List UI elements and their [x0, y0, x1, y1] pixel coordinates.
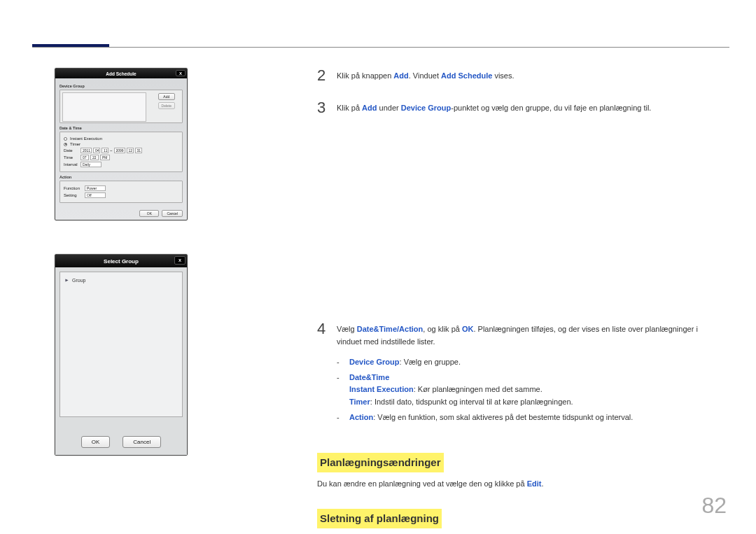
radio-icon [64, 137, 67, 141]
group-list[interactable]: Group [59, 272, 183, 417]
step-2: 2 Klik på knappen Add. Vinduet Add Sched… [317, 68, 717, 83]
step-number: 3 [317, 100, 328, 115]
time-row: Time 07 22 PM [64, 155, 178, 160]
ok-button[interactable]: OK [81, 436, 111, 448]
function-row: Function Power [64, 185, 178, 191]
date-from-day[interactable]: 11 [102, 148, 108, 153]
date-to-year[interactable]: 2099 [114, 148, 125, 153]
setting-row: Setting Off [64, 192, 178, 198]
sub-device-group: - Device Group: Vælg en gruppe. [337, 356, 717, 369]
add-schedule-footer: OK Cancel [55, 207, 187, 220]
step-number: 2 [317, 68, 328, 83]
changes-text: Du kan ændre en planlægning ved at vælge… [317, 478, 717, 491]
select-group-footer: OK Cancel [55, 430, 187, 455]
ok-button[interactable]: OK [139, 210, 159, 217]
kw-ok: OK [462, 325, 474, 333]
step-4-intro: Vælg Date&Time/Action, og klik på OK. Pl… [337, 323, 717, 348]
date-row: Date 2011 04 11 ~ 2099 12 31 [64, 148, 178, 153]
select-group-title: Select Group [104, 258, 139, 265]
time-ampm[interactable]: PM [100, 155, 110, 160]
step-body: Vælg Date&Time/Action, og klik på OK. Pl… [337, 321, 717, 426]
step-3: 3 Klik på Add under Device Group-punktet… [317, 100, 717, 115]
action-label: Action [59, 175, 183, 179]
select-group-titlebar: Select Group X [55, 255, 187, 267]
cancel-button[interactable]: Cancel [162, 210, 183, 217]
interval-row: Interval Daily [64, 162, 178, 167]
select-group-dialog: Select Group X Group OK Cancel [55, 254, 188, 456]
datetime-label: Date & Time [59, 126, 183, 130]
device-group-add-button[interactable]: Add [158, 93, 175, 100]
close-icon[interactable]: X [176, 70, 186, 76]
kw-device-group: Device Group [401, 104, 451, 112]
step-body: Klik på knappen Add. Vinduet Add Schedul… [337, 68, 717, 83]
interval-label: Interval [64, 162, 79, 167]
add-schedule-title: Add Schedule [106, 71, 136, 76]
section-changes: Planlægningsændringer Du kan ændre en pl… [317, 443, 717, 491]
page-number: 82 [701, 493, 727, 519]
setting-select[interactable]: Off [85, 192, 106, 198]
screenshots-column: Add Schedule X Device Group Add Delete D… [55, 68, 188, 489]
instant-execution-label: Instant Execution [70, 136, 102, 141]
date-label: Date [64, 148, 79, 153]
radio-icon [64, 143, 67, 146]
instruction-content: 2 Klik på knappen Add. Vinduet Add Sched… [317, 68, 717, 534]
timer-row[interactable]: Timer [64, 142, 178, 146]
add-schedule-body: Device Group Add Delete Date & Time Inst… [55, 78, 187, 207]
step-4: 4 Vælg Date&Time/Action, og klik på OK. … [317, 321, 717, 426]
step-body: Klik på Add under Device Group-punktet o… [337, 100, 717, 115]
date-to-day[interactable]: 31 [135, 148, 142, 153]
date-from-month[interactable]: 04 [93, 148, 100, 153]
select-group-body: Group [55, 267, 187, 430]
time-min[interactable]: 22 [90, 155, 99, 160]
changes-heading: Planlægningsændringer [317, 453, 444, 472]
group-tree-item[interactable]: Group [64, 278, 178, 283]
close-icon[interactable]: X [174, 256, 186, 265]
device-group-panel: Add Delete [59, 90, 183, 123]
delete-heading: Sletning af planlægning [317, 509, 442, 528]
tree-caret-icon [64, 278, 69, 283]
time-hour[interactable]: 07 [80, 155, 89, 160]
cancel-button[interactable]: Cancel [122, 436, 161, 448]
action-panel: Function Power Setting Off [59, 181, 183, 203]
datetime-panel: Instant Execution Timer Date 2011 04 11 … [59, 132, 183, 172]
kw-add: Add [362, 104, 377, 112]
header-rule [32, 47, 729, 48]
device-group-listbox[interactable] [62, 92, 146, 122]
function-select[interactable]: Power [85, 185, 106, 191]
vertical-gap [317, 132, 717, 321]
add-schedule-dialog: Add Schedule X Device Group Add Delete D… [55, 68, 188, 220]
instant-execution-row[interactable]: Instant Execution [64, 136, 178, 141]
setting-label: Setting [64, 193, 83, 197]
sub-datetime: - Date&Time Instant Execution: Kør planl… [337, 372, 717, 409]
sub-action: - Action: Vælg en funktion, som skal akt… [337, 412, 717, 424]
device-group-label: Device Group [59, 84, 183, 88]
date-to-month[interactable]: 12 [127, 148, 134, 153]
interval-select[interactable]: Daily [80, 162, 102, 167]
kw-datetime-action: Date&Time/Action [357, 325, 424, 333]
group-item-label: Group [72, 278, 85, 283]
kw-add-schedule: Add Schedule [441, 71, 492, 80]
step-4-sublist: - Device Group: Vælg en gruppe. - Date&T… [337, 356, 717, 423]
device-group-delete-button[interactable]: Delete [158, 102, 175, 109]
timer-label: Timer [70, 142, 80, 146]
date-from-year[interactable]: 2011 [80, 148, 92, 153]
kw-add: Add [393, 71, 408, 80]
add-schedule-titlebar: Add Schedule X [55, 69, 187, 78]
section-delete: Sletning af planlægning Du kan slette en… [317, 499, 717, 534]
step-number: 4 [317, 321, 328, 426]
kw-edit: Edit [527, 479, 542, 488]
time-label: Time [64, 155, 79, 160]
function-label: Function [64, 186, 83, 190]
